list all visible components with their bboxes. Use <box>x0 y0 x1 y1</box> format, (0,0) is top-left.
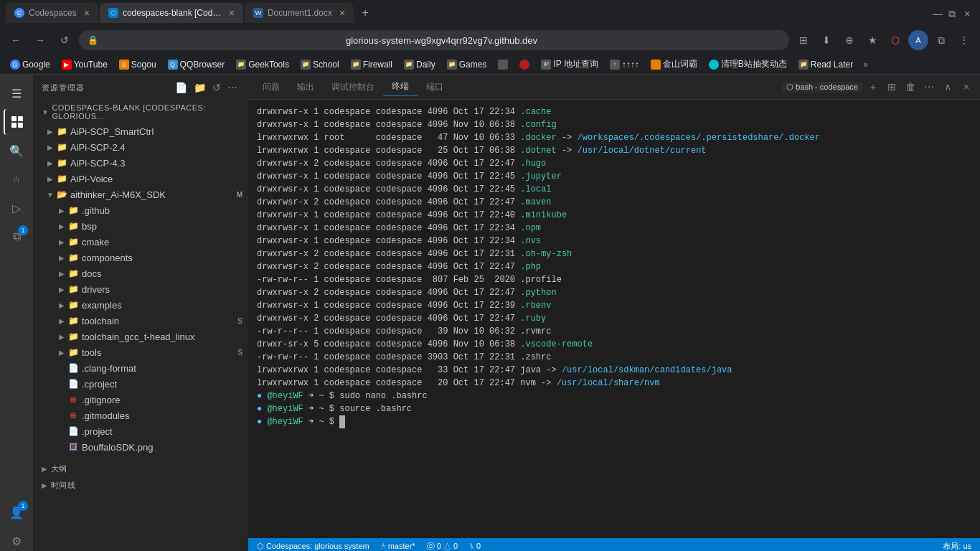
forward-button[interactable]: → <box>30 30 50 50</box>
status-remote-icon[interactable]: ⬡ Codespaces: glorious system <box>254 542 372 551</box>
bookmark-firewall[interactable]: 📁 Firewall <box>347 58 397 71</box>
tree-item-gitmodules[interactable]: ▶ ⊕ .gitmodules <box>33 408 248 423</box>
activity-menu-icon[interactable]: ☰ <box>4 80 29 106</box>
address-bar[interactable]: 🔒 glorious-system-wg9xgv4qrr92vg7v.githu… <box>79 30 789 50</box>
outline-section[interactable]: ▶ 大纲 <box>33 461 248 477</box>
sidebar-more-icon[interactable]: ⋯ <box>226 80 240 95</box>
tree-item-project[interactable]: ▶ 📄 .project <box>33 423 248 439</box>
bookmark-qingli[interactable]: 清理B站抽奖动态 <box>705 57 791 72</box>
tab-close-2[interactable]: × <box>229 7 235 19</box>
activity-extensions-icon[interactable]: ⧉ 1 <box>4 224 29 250</box>
download-icon[interactable]: ⬇ <box>816 30 837 50</box>
activity-account-icon[interactable]: 👤 1 <box>4 499 29 525</box>
bookmark-games[interactable]: 📁 Games <box>443 58 491 71</box>
back-button[interactable]: ← <box>6 30 26 50</box>
activity-run-icon[interactable]: ▷ <box>4 195 29 221</box>
youtube-favicon: ▶ <box>62 60 72 70</box>
cast-icon[interactable]: ⊞ <box>793 30 814 50</box>
close-button[interactable]: × <box>964 8 974 18</box>
tree-item-toolchain-gcc[interactable]: ▶ 📁 toolchain_gcc_t-head_linux <box>33 329 248 344</box>
bookmark-daily[interactable]: 📁 Daily <box>400 58 440 71</box>
tab-debug-console[interactable]: 调试控制台 <box>323 78 383 96</box>
status-sync-text: ⑊ 0 <box>469 542 481 550</box>
tab-problems[interactable]: 问题 <box>254 78 288 96</box>
tab-output[interactable]: 输出 <box>288 78 323 96</box>
tree-item-drivers[interactable]: ▶ 📁 drivers <box>33 281 248 297</box>
terminal-close-button[interactable]: × <box>958 79 974 95</box>
tab-codespaces-blank[interactable]: ⬡ codespaces-blank [Codesp... × <box>100 3 243 23</box>
sidebar-refresh-icon[interactable]: ↺ <box>211 80 223 95</box>
tree-item-aipi-voice[interactable]: ▶ 📁 AiPi-Voice <box>33 171 248 187</box>
bookmark-geektools[interactable]: 📁 GeekTools <box>232 58 293 71</box>
profile-icon[interactable]: A <box>908 30 928 50</box>
tree-item-components[interactable]: ▶ 📁 components <box>33 250 248 265</box>
tab-close-3[interactable]: × <box>339 7 345 19</box>
refresh-button[interactable]: ↺ <box>55 30 75 50</box>
tree-item-bouffalo-png[interactable]: ▶ 🖼 BouffaloSDK.png <box>33 439 248 455</box>
tab-codespaces[interactable]: C Codespaces × <box>6 3 98 23</box>
tab-document[interactable]: W Document1.docx × <box>245 3 354 23</box>
sidebar-new-file-icon[interactable]: 📄 <box>174 80 189 95</box>
bookmark-school[interactable]: 📁 School <box>296 58 344 71</box>
tree-arrow-icon: ▶ <box>56 333 67 341</box>
bookmark-qqbrowser[interactable]: Q QQBrowser <box>164 58 230 71</box>
status-layout[interactable]: 布局: us <box>940 541 974 552</box>
share-icon[interactable]: ⊕ <box>839 30 859 50</box>
tree-item-aithinker-sdk[interactable]: ▼ 📂 aithinker_Ai-M6X_SDK M <box>33 187 248 202</box>
timeline-section[interactable]: ▶ 时间线 <box>33 477 248 494</box>
terminal-trash-button[interactable]: 🗑 <box>903 79 918 95</box>
terminal-title: ⬡ bash - codespace <box>782 82 862 93</box>
bookmarks-more-button[interactable]: » <box>860 58 871 71</box>
tree-item-tools[interactable]: ▶ 📁 tools S <box>33 344 248 360</box>
tree-item-toolchain[interactable]: ▶ 📁 toolchain S <box>33 313 248 329</box>
bookmark-jinshan[interactable]: 金山词霸 <box>646 57 702 72</box>
bookmark-google[interactable]: G Google <box>6 58 55 71</box>
status-errors[interactable]: ⓪ 0 △ 0 <box>424 541 461 552</box>
tree-item-github[interactable]: ▶ 📁 .github <box>33 202 248 218</box>
bookmark-star-icon[interactable]: ★ <box>862 30 882 50</box>
bookmark-ip[interactable]: IP IP 地址查询 <box>537 57 602 72</box>
tree-item-cmake[interactable]: ▶ 📁 cmake <box>33 234 248 250</box>
bookmark-bk1[interactable] <box>494 58 512 71</box>
activity-search-icon[interactable]: 🔍 <box>4 138 29 164</box>
activity-git-icon[interactable]: ⑃ <box>4 166 29 192</box>
extensions-icon[interactable]: ⧉ <box>931 30 951 50</box>
bookmark-bk2[interactable] <box>515 58 534 71</box>
terminal-more-button[interactable]: ⋯ <box>921 79 937 95</box>
bookmark-readlater[interactable]: 📁 Read Later <box>794 58 857 71</box>
bookmark-arrows[interactable]: ↑ ↑↑↑↑ <box>606 58 644 71</box>
tree-item-gitignore[interactable]: ▶ ⊕ .gitignore <box>33 392 248 408</box>
tree-item-cproject[interactable]: ▶ 📄 .cproject <box>33 376 248 392</box>
tree-item-docs[interactable]: ▶ 📁 docs <box>33 265 248 281</box>
activity-explorer-icon[interactable] <box>4 109 29 135</box>
tree-item-clang-format[interactable]: ▶ 📄 .clang-format <box>33 360 248 376</box>
tree-item-aipi-scp-43[interactable]: ▶ 📁 AiPi-SCP-4.3 <box>33 155 248 171</box>
maximize-button[interactable]: ⧉ <box>948 8 958 18</box>
terminal-line: -rw-r--r-- 1 codespace codespace 39 Nov … <box>257 325 971 338</box>
tree-item-aipi-scp-24[interactable]: ▶ 📁 AiPi-SCP-2.4 <box>33 139 248 155</box>
terminal-line: drwxrwsr-x 1 codespace codespace 4096 Oc… <box>257 170 971 183</box>
terminal-add-button[interactable]: + <box>865 79 881 95</box>
bookmark-youtube[interactable]: ▶ YouTube <box>57 58 112 71</box>
terminal-split-button[interactable]: ⊞ <box>884 79 900 95</box>
tree-label: cmake <box>82 237 248 248</box>
extension-icon[interactable]: ⬡ <box>885 30 905 50</box>
minimize-button[interactable]: — <box>933 8 943 18</box>
terminal-body[interactable]: drwxrwsr-x 1 codespace codespace 4096 Oc… <box>248 100 980 538</box>
activity-settings-icon[interactable]: ⚙ <box>4 528 29 551</box>
workspace-title[interactable]: ▼ CODESPACES-BLANK [CODESPACES: GLORIOUS… <box>33 100 248 123</box>
tree-item-examples[interactable]: ▶ 📁 examples <box>33 297 248 313</box>
status-git-branch[interactable]: ⑃ master* <box>378 542 418 550</box>
bookmark-sogou[interactable]: S Sogou <box>115 58 161 71</box>
tab-terminal[interactable]: 终端 <box>383 77 418 96</box>
tree-label: AiPi-SCP-2.4 <box>70 142 248 153</box>
menu-icon[interactable]: ⋮ <box>954 30 974 50</box>
tab-close-1[interactable]: × <box>84 7 90 19</box>
terminal-up-button[interactable]: ∧ <box>940 79 956 95</box>
status-sync[interactable]: ⑊ 0 <box>466 542 484 550</box>
new-tab-button[interactable]: + <box>355 3 375 23</box>
tree-item-bsp[interactable]: ▶ 📁 bsp <box>33 218 248 234</box>
tree-item-aipi-scp-smartctrl[interactable]: ▶ 📁 AiPi-SCP_SmartCtrl <box>33 123 248 139</box>
tab-ports[interactable]: 端口 <box>418 78 452 96</box>
sidebar-new-folder-icon[interactable]: 📁 <box>192 80 208 95</box>
